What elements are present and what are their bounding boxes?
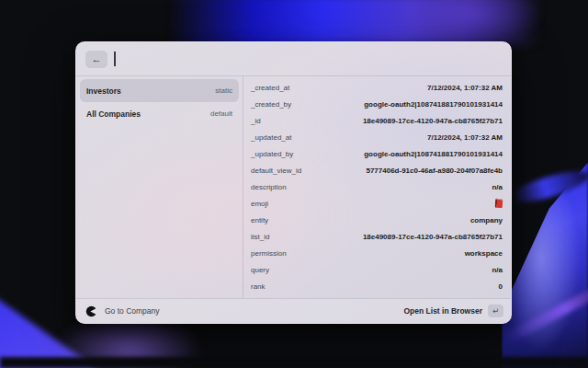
detail-value: n/a bbox=[492, 183, 503, 191]
detail-value: company bbox=[470, 216, 503, 224]
sidebar-item-badge: default bbox=[210, 109, 232, 118]
metadata-panel: _created_at7/12/2024, 1:07:32 AM_created… bbox=[243, 76, 511, 298]
go-to-company-action[interactable]: Go to Company bbox=[85, 305, 160, 317]
sidebar-item-label: Investors bbox=[86, 86, 121, 96]
detail-value: 5777406d-91c0-46af-a980-204f07a8fe4b bbox=[366, 167, 503, 175]
detail-label: _updated_at bbox=[251, 133, 292, 142]
company-logo-icon bbox=[85, 305, 97, 317]
detail-row-_created_at: _created_at7/12/2024, 1:07:32 AM bbox=[243, 79, 511, 96]
enter-key-icon: ↵ bbox=[488, 305, 503, 317]
detail-label: emoji bbox=[251, 200, 268, 208]
back-arrow-icon: ← bbox=[92, 54, 102, 64]
content-area: InvestorsstaticAll Companiesdefault _cre… bbox=[76, 76, 511, 298]
detail-label: rank bbox=[251, 282, 266, 291]
detail-label: _created_by bbox=[251, 100, 291, 109]
open-list-label: Open List in Browser bbox=[404, 306, 483, 316]
detail-label: description bbox=[251, 183, 287, 191]
back-button[interactable]: ← bbox=[85, 51, 107, 68]
detail-row-permission: permissionworkspace bbox=[243, 245, 511, 261]
detail-row-_updated_by: _updated_bygoogle-oauth2|108741881790101… bbox=[243, 145, 511, 162]
sidebar-item-label: All Companies bbox=[86, 109, 141, 119]
detail-row-emoji: emoji bbox=[243, 195, 511, 212]
detail-row-_id: _id18e49089-17ce-4120-947a-cb8765f27b71 bbox=[243, 112, 511, 129]
detail-value: workspace bbox=[465, 249, 503, 258]
list-sidebar: InvestorsstaticAll Companiesdefault bbox=[76, 76, 243, 298]
detail-label: list_id bbox=[251, 233, 269, 241]
detail-label: _updated_by bbox=[251, 150, 293, 158]
go-to-company-label: Go to Company bbox=[105, 306, 160, 316]
sidebar-item-all-companies[interactable]: All Companiesdefault bbox=[80, 102, 239, 125]
red-book-emoji-icon bbox=[495, 199, 503, 208]
detail-value: 0 bbox=[499, 282, 503, 291]
detail-label: query bbox=[251, 266, 269, 274]
detail-label: entity bbox=[251, 216, 268, 224]
text-caret bbox=[114, 52, 116, 66]
detail-label: _id bbox=[251, 117, 261, 125]
detail-row-default_view_id: default_view_id5777406d-91c0-46af-a980-2… bbox=[243, 162, 511, 178]
search-input[interactable] bbox=[118, 42, 503, 75]
detail-value: 18e49089-17ce-4120-947a-cb8765f27b71 bbox=[363, 233, 503, 241]
detail-label: _created_at bbox=[251, 84, 289, 92]
detail-row-description: descriptionn/a bbox=[243, 178, 511, 195]
detail-row-rank: rank0 bbox=[243, 278, 511, 294]
detail-row-_updated_at: _updated_at7/12/2024, 1:07:32 AM bbox=[243, 129, 511, 145]
search-bar: ← bbox=[76, 42, 511, 76]
detail-row-list_id: list_id18e49089-17ce-4120-947a-cb8765f27… bbox=[243, 228, 511, 245]
background-shape bbox=[0, 357, 588, 368]
detail-row-entity: entitycompany bbox=[243, 212, 511, 228]
detail-row-query: queryn/a bbox=[243, 261, 511, 278]
detail-value: 7/12/2024, 1:07:32 AM bbox=[427, 84, 503, 92]
sidebar-item-badge: static bbox=[215, 86, 232, 95]
detail-label: permission bbox=[251, 249, 287, 258]
detail-value: google-oauth2|108741881790101931414 bbox=[364, 100, 503, 109]
action-bar: Go to Company Open List in Browser ↵ bbox=[76, 298, 511, 323]
sidebar-item-investors[interactable]: Investorsstatic bbox=[80, 79, 239, 102]
command-palette-window: ← InvestorsstaticAll Companiesdefault _c… bbox=[75, 41, 512, 324]
detail-value: n/a bbox=[492, 266, 503, 274]
detail-value: 7/12/2024, 1:07:32 AM bbox=[427, 133, 503, 142]
detail-value: google-oauth2|108741881790101931414 bbox=[364, 150, 503, 158]
detail-label: default_view_id bbox=[251, 167, 301, 175]
detail-row-_created_by: _created_bygoogle-oauth2|108741881790101… bbox=[243, 96, 511, 112]
detail-value: 18e49089-17ce-4120-947a-cb8765f27b71 bbox=[363, 117, 503, 125]
open-list-in-browser-action[interactable]: Open List in Browser ↵ bbox=[404, 305, 504, 317]
